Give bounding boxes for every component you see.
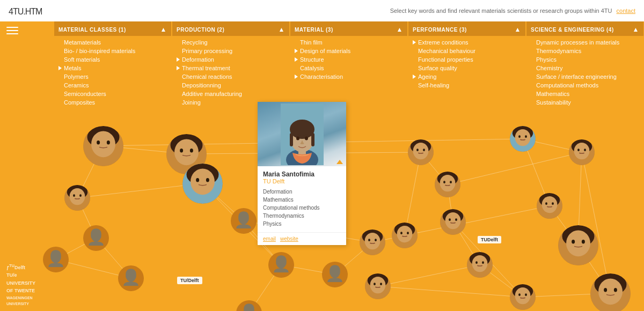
dropdown-item[interactable]: Design of materials: [290, 47, 407, 55]
detail-card[interactable]: Maria Santofimia TU Delft DeformationMat…: [258, 102, 346, 245]
dropdown-item[interactable]: Mathematics: [526, 90, 643, 98]
person-node[interactable]: 👤: [118, 265, 144, 291]
person-node[interactable]: [510, 284, 536, 310]
dropdown-item[interactable]: Physics: [526, 55, 643, 64]
person-node[interactable]: 👤: [322, 262, 348, 287]
svg-point-91: [455, 218, 457, 221]
person-node[interactable]: 👤: [268, 252, 294, 278]
person-node[interactable]: [182, 164, 223, 204]
person-node[interactable]: [392, 223, 418, 248]
dropdown-item[interactable]: Recycling: [172, 38, 289, 47]
dropdown-item[interactable]: Depositionning: [172, 81, 289, 90]
dropdown-item[interactable]: Ceramics: [54, 81, 171, 90]
detail-tags: DeformationMathematicsComputational meth…: [263, 188, 341, 228]
dropdown-header-material[interactable]: MATERIAL (3)▲: [290, 23, 407, 36]
dropdown-item[interactable]: Functional properties: [408, 55, 525, 64]
dropdown-items-performance: Extreme conditionsMechanical behaviourFu…: [408, 36, 525, 92]
dropdown-item[interactable]: Dynamic processes in materials: [526, 38, 643, 47]
dropdown-item[interactable]: Composites: [54, 98, 171, 107]
svg-point-100: [518, 135, 521, 138]
dropdown-header-science-engineering[interactable]: SCIENCE & ENGINEERING (4)▲: [526, 23, 643, 36]
dropdown-header-performance[interactable]: PERFORMANCE (3)▲: [408, 23, 525, 36]
hamburger-menu[interactable]: [6, 25, 18, 36]
dropdown-item-label: Ceramics: [64, 82, 89, 88]
dropdown-item[interactable]: Metals: [54, 64, 171, 72]
dropdown-header-material-classes[interactable]: MATERIAL CLASSES (1)▲: [54, 23, 171, 36]
svg-point-90: [449, 218, 451, 221]
person-node[interactable]: [440, 209, 466, 235]
dropdown-item-label: Chemical reactions: [182, 73, 232, 80]
person-avatar: [392, 223, 418, 248]
dropdown-item[interactable]: Ageing: [408, 72, 525, 81]
detail-email-link[interactable]: email: [263, 236, 276, 242]
person-node[interactable]: [510, 126, 536, 152]
svg-point-53: [73, 194, 75, 197]
person-node[interactable]: [558, 225, 598, 265]
person-node[interactable]: [365, 273, 391, 299]
header-tagline: Select key words and find relevant mater…: [390, 8, 612, 14]
dropdown-item[interactable]: Thin film: [290, 38, 407, 47]
svg-point-131: [380, 283, 382, 285]
svg-point-116: [584, 149, 586, 151]
person-node[interactable]: [408, 139, 434, 165]
person-node[interactable]: [83, 126, 123, 166]
person-node[interactable]: [590, 273, 631, 311]
svg-point-86: [450, 181, 452, 183]
person-node[interactable]: [64, 185, 90, 211]
dropdown-item[interactable]: Thermodynamics: [526, 47, 643, 55]
svg-point-44: [190, 149, 193, 153]
dropdown-item[interactable]: Semiconducters: [54, 90, 171, 98]
dropdown-item-label: Metals: [64, 65, 81, 71]
dropdown-header-production[interactable]: PRODUCTION (2)▲: [172, 23, 289, 36]
chevron-right-icon: [295, 57, 298, 62]
person-node[interactable]: [360, 229, 385, 255]
dropdown-item[interactable]: Metamaterials: [54, 38, 171, 47]
dropdown-item[interactable]: Chemistry: [526, 64, 643, 72]
person-avatar: [590, 273, 631, 311]
person-node[interactable]: 👤: [43, 247, 69, 272]
dropdown-item[interactable]: Structure: [290, 55, 407, 64]
dropdown-title: SCIENCE & ENGINEERING (4): [531, 27, 614, 33]
ham-line-3: [6, 33, 18, 34]
logo[interactable]: 4TU.HTM: [9, 4, 42, 18]
dropdown-item[interactable]: Primary processing: [172, 47, 289, 55]
dropdown-item[interactable]: Polymers: [54, 72, 171, 81]
svg-point-38: [97, 140, 100, 145]
svg-point-109: [566, 230, 590, 256]
dropdown-col-material: MATERIAL (3)▲Thin filmDesign of material…: [290, 21, 407, 109]
dropdown-item[interactable]: Characterisation: [290, 72, 407, 81]
dropdown-item[interactable]: Additive manufacturing: [172, 90, 289, 98]
dropdown-item[interactable]: Catalysis: [290, 64, 407, 72]
person-node[interactable]: [537, 193, 562, 219]
dropdown-item[interactable]: Bio- / bio-inspired materials: [54, 47, 171, 55]
person-node[interactable]: 👤: [231, 208, 257, 234]
dropdown-item[interactable]: Thermal treatment: [172, 64, 289, 72]
uni-logo-tudelft: ƒTUDelft: [6, 263, 35, 271]
header: 4TU.HTM Select key words and find releva…: [0, 0, 644, 21]
person-node[interactable]: 👤: [236, 300, 262, 311]
dropdown-item[interactable]: Surface quality: [408, 64, 525, 72]
person-node[interactable]: [435, 172, 460, 197]
detail-website-link[interactable]: website: [280, 236, 298, 242]
svg-point-43: [180, 149, 183, 153]
person-node[interactable]: 👤: [83, 225, 109, 251]
dropdown-item[interactable]: Self-healing: [408, 81, 525, 90]
dropdown-item[interactable]: Soft materials: [54, 55, 171, 64]
dropdown-item[interactable]: Extreme conditions: [408, 38, 525, 47]
svg-point-101: [525, 135, 527, 138]
svg-text:👤: 👤: [325, 264, 345, 283]
chevron-right-icon: [58, 66, 62, 70]
dropdown-item[interactable]: Computational methods: [526, 81, 643, 90]
svg-point-54: [79, 194, 82, 197]
dropdown-item[interactable]: Mechanical behaviour: [408, 47, 525, 55]
uni-logo-wageningen: WAGENINGENUNIVERSITY: [6, 295, 35, 307]
dropdown-item[interactable]: Sustainability: [526, 98, 643, 107]
dropdown-item[interactable]: Chemical reactions: [172, 72, 289, 81]
ham-line-1: [6, 27, 18, 28]
contact-link[interactable]: contact: [617, 8, 635, 14]
dropdown-item[interactable]: Deformation: [172, 55, 289, 64]
person-node[interactable]: [569, 139, 595, 165]
detail-card-expand-arrow[interactable]: [336, 160, 343, 164]
person-node[interactable]: [467, 252, 493, 278]
dropdown-item[interactable]: Surface / interface engineering: [526, 72, 643, 81]
